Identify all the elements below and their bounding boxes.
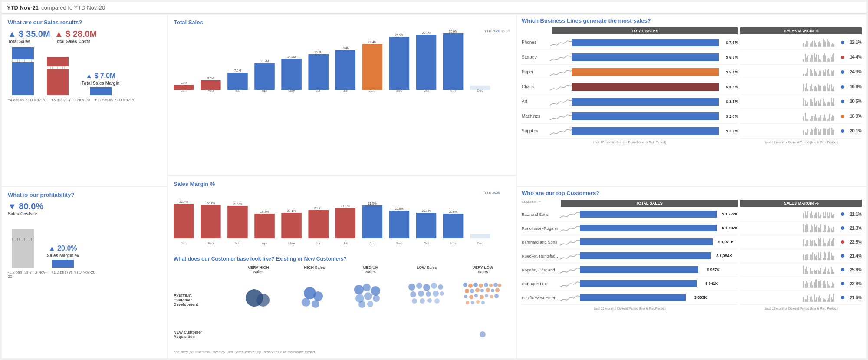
cust-margin-row: 22.5%: [740, 235, 862, 249]
svg-rect-55: [443, 214, 464, 238]
svg-text:20.6%: 20.6%: [314, 207, 323, 210]
sales-margin-chart: 22.7% 22.1% 21.9% 19.9% 20.1% 20.6% 21.1…: [174, 195, 510, 251]
svg-rect-6: [254, 63, 275, 90]
svg-text:21.1%: 21.1%: [341, 205, 350, 208]
bl-margin-row: 20.1%: [740, 124, 862, 139]
svg-text:20.8%: 20.8%: [395, 207, 404, 210]
cust-row: Ruecker, Runolfsdottir and ... $ 1,054K: [522, 249, 738, 263]
business-lines-margin-table: 22.1% 14.4% 24.9% 16.8% 20.5% 16.9% 20.1…: [740, 35, 862, 139]
svg-rect-53: [416, 213, 437, 238]
svg-text:20.1%: 20.1%: [287, 209, 296, 212]
kpi-costs-pct-value: 80.0%: [19, 201, 43, 211]
svg-text:Aug: Aug: [369, 89, 375, 92]
business-lines-title: Which Business Lines generate the most s…: [522, 17, 862, 24]
bl-row: Storage $ 6.6M: [522, 50, 738, 65]
svg-rect-43: [281, 213, 302, 238]
svg-rect-16: [389, 37, 410, 90]
bl-margin-row: 14.4%: [740, 50, 862, 65]
svg-text:11.2M: 11.2M: [260, 59, 269, 63]
svg-text:Sep: Sep: [396, 89, 403, 92]
customer-base-panel: What does our Customer base look like? E…: [174, 256, 510, 354]
header-title: YTD Nov-21: [7, 4, 39, 11]
svg-rect-49: [362, 205, 383, 238]
cust-row: DuBuque LLC $ 941K: [522, 277, 738, 291]
svg-text:Feb: Feb: [207, 241, 214, 245]
svg-rect-41: [254, 214, 275, 238]
svg-rect-14: [362, 44, 383, 90]
svg-text:Nov: Nov: [450, 89, 456, 92]
svg-rect-18: [416, 35, 437, 90]
svg-rect-10: [308, 54, 329, 90]
kpi-margin-label: Total Sales Margin: [82, 81, 120, 86]
svg-text:16.0M: 16.0M: [314, 51, 323, 54]
kpi-total-costs-label: Total Sales Costs: [55, 39, 97, 44]
sales-margin-panel: Sales Margin % YTD 2020 22.7% 22.1% 21.9…: [168, 176, 516, 358]
svg-rect-45: [308, 210, 329, 238]
customer-base-title: What does our Customer base look like? E…: [174, 256, 510, 262]
bl-sm-footer: Last 12 months Current Period (line is R…: [740, 140, 862, 144]
bl-row: Art $ 3.5M: [522, 94, 738, 109]
svg-text:Jun: Jun: [316, 89, 321, 92]
svg-rect-39: [227, 206, 248, 238]
svg-rect-8: [281, 59, 302, 90]
cust-margin-header: SALES MARGIN %: [740, 200, 862, 207]
svg-text:Mar: Mar: [235, 89, 241, 92]
svg-rect-35: [174, 204, 194, 238]
kpi-margin-sub: +11.5% vs YTD Nov-20: [95, 98, 135, 102]
bl-margin-row: 20.5%: [740, 94, 862, 109]
cust-row: Runolfsson-Rogahn $ 1,197K: [522, 221, 738, 235]
bl-row: Machines $ 2.0M: [522, 109, 738, 124]
svg-rect-4: [227, 73, 248, 90]
business-lines-panel: Which Business Lines generate the most s…: [517, 15, 866, 186]
svg-text:21.5%: 21.5%: [368, 202, 377, 205]
total-sales-panel: Total Sales YTD 2020 35.0M 1.7M 3.6M 7.0…: [168, 15, 516, 175]
kpi-total-costs-sub: +3.3% vs YTD Nov-20: [51, 98, 90, 102]
cust-margin-row: 25.8%: [740, 263, 862, 277]
col-high: HIGH Sales: [287, 265, 342, 278]
col-very-high: VERY HIGHSales: [231, 265, 286, 278]
cust-row: Bernhard and Sons $ 1,071K: [522, 235, 738, 249]
svg-rect-47: [335, 208, 355, 238]
svg-text:May: May: [288, 89, 295, 92]
bubble-existing-medium: [343, 279, 398, 320]
profitability-title: What is our profitability?: [8, 192, 161, 198]
cust-margin-row: 21.1%: [740, 208, 862, 221]
top-customers-panel: Who are our top Customers? Customer → TO…: [517, 187, 866, 359]
customers-margin-table: 21.1% 21.3% 22.5% 21.4% 25.8% 22.8% 21.6…: [740, 208, 862, 305]
svg-text:May: May: [288, 241, 295, 245]
svg-text:Dec: Dec: [477, 89, 483, 92]
kpi-margin-pct-sub: +1.2 pt(s) vs YTD Nov-20: [51, 270, 95, 279]
dashboard-header: YTD Nov-21 compared to YTD Nov-20: [2, 2, 866, 14]
kpi-margin-pct-label: Sales Margin %: [47, 253, 79, 258]
business-lines-table: Phones $ 7.6M Storage $ 6.6M Paper $ 5.4…: [522, 35, 738, 139]
cust-row: Rogahn, Crist and Gulgowski $ 957K: [522, 263, 738, 277]
bl-margin-row: 22.1%: [740, 35, 862, 50]
cust-margin-row: 21.4%: [740, 249, 862, 263]
cust-total-sales-header: TOTAL SALES: [561, 200, 738, 207]
bl-row: Paper $ 5.4M: [522, 65, 738, 79]
top-customers-title: Who are our top Customers?: [522, 190, 862, 196]
svg-text:30.4M: 30.4M: [422, 31, 431, 34]
bl-total-sales-header: TOTAL SALES: [552, 27, 738, 34]
bl-row: Phones $ 7.6M: [522, 35, 738, 50]
col-medium: MEDIUMSales: [343, 265, 398, 278]
svg-text:14.2M: 14.2M: [287, 55, 296, 58]
bubble-existing-high: [287, 279, 342, 320]
kpi-total-sales: ▲ $ 35.0M Total Sales: [8, 29, 50, 44]
bubble-existing-very-high: [231, 279, 286, 320]
svg-rect-57: [470, 234, 490, 238]
svg-text:Jul: Jul: [343, 89, 348, 92]
svg-text:Apr: Apr: [262, 89, 267, 92]
cust-margin-row: 21.6%: [740, 291, 862, 305]
bubble-existing-low: [399, 279, 454, 320]
cust-margin-row: 22.8%: [740, 277, 862, 291]
kpi-total-costs-value: ▲ $ 28.0M: [55, 29, 97, 39]
svg-text:Apr: Apr: [262, 241, 267, 245]
svg-rect-20: [443, 33, 464, 90]
svg-text:22.7%: 22.7%: [179, 200, 188, 203]
total-sales-title: Total Sales: [174, 19, 510, 26]
cust-ts-footer: Last 12 months Current Period (line is R…: [522, 307, 738, 310]
sales-results-panel: What are our Sales results? ▲ $ 35.0M To…: [2, 15, 167, 186]
sales-margin-title: Sales Margin %: [174, 181, 510, 187]
margin-ytd-label: YTD 2020: [484, 191, 500, 195]
